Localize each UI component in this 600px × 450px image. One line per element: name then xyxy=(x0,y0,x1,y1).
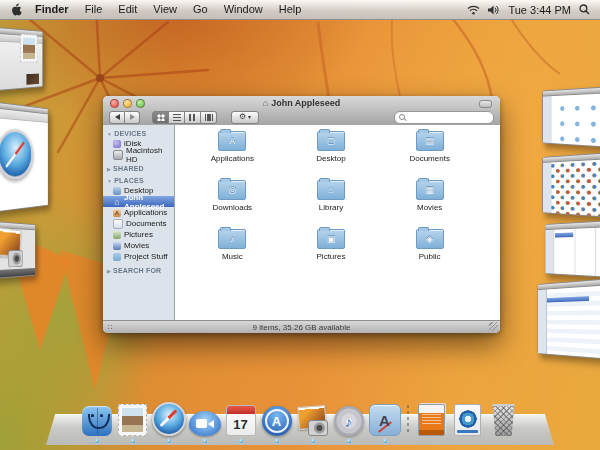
folder-documents[interactable]: ▤Documents xyxy=(409,127,449,176)
dock-item-finder[interactable] xyxy=(79,402,114,436)
dock-item-app-store[interactable]: A xyxy=(259,402,294,436)
folder-grid: AApplications▢Desktop▤Documents◎Download… xyxy=(183,127,479,274)
sidebar-section-devices[interactable]: ▼DEVICES xyxy=(107,130,172,137)
left-thumbnail-safari[interactable] xyxy=(0,100,48,214)
toolbar-toggle-lozenge[interactable] xyxy=(479,100,492,108)
desktop-icon xyxy=(113,187,121,195)
folder-icon: ⌂ xyxy=(317,180,345,200)
sidebar-item-label: Movies xyxy=(124,241,149,250)
menu-go[interactable]: Go xyxy=(185,3,216,15)
search-input[interactable] xyxy=(408,113,478,122)
sidebar-grip-icon[interactable] xyxy=(107,324,114,330)
sidebar-section-places[interactable]: ▼PLACES xyxy=(107,177,172,184)
minimize-button[interactable] xyxy=(123,99,132,108)
gear-icon: ⚙ xyxy=(239,113,246,121)
coverflow-view-button[interactable] xyxy=(201,111,217,124)
wifi-icon[interactable] xyxy=(467,5,480,15)
menu-view[interactable]: View xyxy=(145,3,185,15)
disclosure-triangle-icon[interactable]: ▶ xyxy=(107,166,111,172)
sidebar-section-label: SEARCH FOR xyxy=(113,267,161,274)
folder-glyph-icon: ◈ xyxy=(417,230,443,248)
mini-window-body xyxy=(543,93,600,147)
disclosure-triangle-icon[interactable]: ▼ xyxy=(107,131,112,137)
sidebar-item-macintosh-hd[interactable]: Macintosh HD xyxy=(103,149,174,160)
left-window-stack xyxy=(0,26,104,286)
dock-item-iphoto[interactable] xyxy=(295,402,330,436)
folder-public[interactable]: ◈Public xyxy=(416,225,444,274)
sidebar-item-documents[interactable]: Documents xyxy=(103,218,174,229)
left-thumbnail-iphoto[interactable] xyxy=(0,220,35,280)
menu-edit[interactable]: Edit xyxy=(110,3,145,15)
sidebar-item-project-stuff[interactable]: Project Stuff xyxy=(103,251,174,262)
folder-label: Applications xyxy=(211,154,254,163)
right-thumbnail-finder-columns[interactable] xyxy=(545,220,600,278)
dock-item-ichat[interactable] xyxy=(187,402,222,436)
pictures-icon xyxy=(113,231,121,239)
folder-applications[interactable]: AApplications xyxy=(211,127,254,176)
sidebar-item-pictures[interactable]: Pictures xyxy=(103,229,174,240)
close-button[interactable] xyxy=(110,99,119,108)
documents-icon xyxy=(113,219,123,229)
mini-window-body xyxy=(545,227,600,277)
mini-window-body xyxy=(538,285,600,359)
dock-item-documents-stack[interactable] xyxy=(414,402,449,436)
sidebar-item-john-appleseed[interactable]: ⌂John Appleseed xyxy=(103,196,174,207)
left-thumbnail-mail[interactable] xyxy=(0,26,43,92)
folder-glyph-icon: ◎ xyxy=(219,181,245,199)
folder-view: AApplications▢Desktop▤Documents◎Download… xyxy=(175,125,500,321)
folder-desktop[interactable]: ▢Desktop xyxy=(316,127,345,176)
right-thumbnail-finder-list[interactable] xyxy=(538,278,600,360)
dock-item-ical[interactable]: 17 xyxy=(223,402,258,436)
folder-label: Movies xyxy=(417,203,442,212)
dock-item-downloads-stack[interactable] xyxy=(450,402,485,436)
resize-grip[interactable] xyxy=(489,322,498,331)
itunes-glyph: ♪ xyxy=(345,414,353,429)
spotlight-search-icon[interactable] xyxy=(579,4,590,15)
folder-label: Library xyxy=(319,203,343,212)
column-view-button[interactable] xyxy=(185,111,201,124)
menu-window[interactable]: Window xyxy=(216,3,271,15)
applications-folder-glyph: A xyxy=(379,413,390,428)
sidebar: ▼DEVICESiDiskMacintosh HD▶SHARED▼PLACESD… xyxy=(103,125,175,321)
sidebar-section-shared[interactable]: ▶SHARED xyxy=(107,165,172,172)
sidebar-section-label: DEVICES xyxy=(114,130,146,137)
icon-view-icon xyxy=(157,114,165,121)
back-button[interactable] xyxy=(109,111,125,124)
disclosure-triangle-icon[interactable]: ▶ xyxy=(107,268,111,274)
right-thumbnail-finder-apps[interactable] xyxy=(542,152,600,218)
volume-icon[interactable] xyxy=(488,5,500,15)
sidebar-item-movies[interactable]: Movies xyxy=(103,240,174,251)
folder-music[interactable]: ♪Music xyxy=(218,225,246,274)
dock-item-itunes[interactable]: ♪ xyxy=(331,402,366,436)
list-view-button[interactable] xyxy=(169,111,185,124)
dock-item-trash[interactable] xyxy=(486,402,521,436)
folder-movies[interactable]: ▦Movies xyxy=(416,176,444,225)
menu-finder[interactable]: Finder xyxy=(27,3,77,15)
icon-view-button[interactable] xyxy=(152,111,169,124)
folder-downloads[interactable]: ◎Downloads xyxy=(213,176,253,225)
sidebar-item-applications[interactable]: AApplications xyxy=(103,207,174,218)
folder-label: Pictures xyxy=(317,252,346,261)
dock-item-safari[interactable] xyxy=(151,402,186,436)
menu-file[interactable]: File xyxy=(77,3,111,15)
right-thumbnail-finder-icons[interactable] xyxy=(542,86,600,148)
sidebar-section-search-for[interactable]: ▶SEARCH FOR xyxy=(107,267,172,274)
forward-button[interactable] xyxy=(125,111,140,124)
zoom-button[interactable] xyxy=(136,99,145,108)
disclosure-triangle-icon[interactable]: ▼ xyxy=(107,178,112,184)
search-field[interactable] xyxy=(394,111,494,124)
list-view-icon xyxy=(173,114,181,121)
movies-icon xyxy=(113,242,121,250)
folder-library[interactable]: ⌂Library xyxy=(317,176,345,225)
menu-bar-clock[interactable]: Tue 3:44 PM xyxy=(508,4,571,16)
dock-item-mail[interactable] xyxy=(115,402,150,436)
title-bar[interactable]: ⌂ John Appleseed xyxy=(103,96,500,109)
trash-icon xyxy=(491,404,516,436)
window-chrome[interactable]: ⌂ John Appleseed ⚙ ▾ xyxy=(103,96,500,126)
dock-item-applications-folder[interactable]: A xyxy=(367,402,402,436)
sidebar-section-label: PLACES xyxy=(114,177,144,184)
folder-pictures[interactable]: ▣Pictures xyxy=(317,225,346,274)
action-menu-button[interactable]: ⚙ ▾ xyxy=(231,111,259,124)
menu-help[interactable]: Help xyxy=(271,3,310,15)
apple-menu[interactable] xyxy=(12,3,23,16)
